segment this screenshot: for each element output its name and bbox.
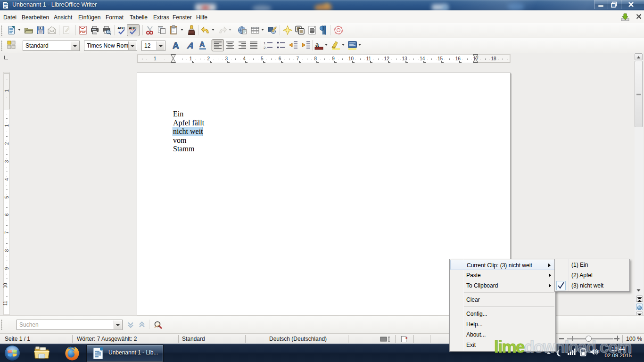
svg-text:2.: 2. — [264, 46, 267, 50]
svg-text:PDF: PDF — [80, 30, 86, 33]
svg-text:A: A — [186, 41, 194, 50]
svg-text:A: A — [173, 41, 179, 50]
svg-text:*: * — [405, 336, 408, 342]
svg-text:A: A — [199, 41, 205, 49]
svg-text:1.: 1. — [264, 41, 267, 45]
